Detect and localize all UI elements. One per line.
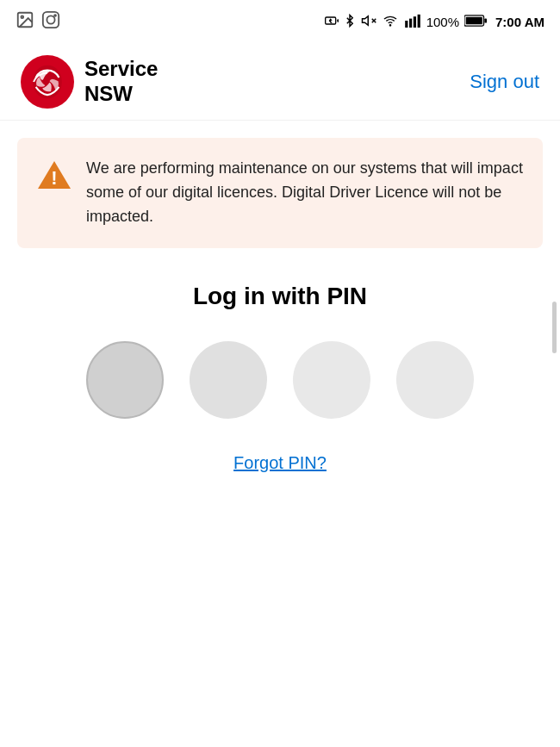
svg-point-9	[389, 24, 390, 25]
scrollbar-indicator	[552, 302, 557, 353]
image-icon	[16, 10, 34, 34]
warning-icon-container: !	[36, 159, 72, 195]
pin-title: Log in with PIN	[193, 283, 367, 310]
status-bar-left-icons	[16, 10, 60, 34]
pin-circle-4[interactable]	[396, 341, 474, 419]
sign-out-button[interactable]: Sign out	[470, 71, 539, 93]
service-label: Service	[84, 57, 158, 82]
svg-rect-16	[484, 18, 487, 22]
pin-circle-1[interactable]	[86, 341, 164, 419]
status-bar-right-icons: 100% 7:00 AM	[325, 13, 544, 31]
logo-circle	[21, 55, 74, 109]
battery-icon	[464, 15, 487, 29]
forgot-pin-button[interactable]: Forgot PIN?	[233, 453, 327, 473]
mute-icon	[361, 13, 376, 31]
time-display: 7:00 AM	[495, 15, 544, 29]
logo-text: Service NSW	[84, 57, 158, 107]
warning-banner: ! We are performing maintenance on our s…	[17, 138, 543, 248]
main-content: ! We are performing maintenance on our s…	[0, 121, 560, 473]
logo-container: Service NSW	[21, 55, 158, 109]
battery-percentage: 100%	[426, 15, 459, 29]
warning-message: We are performing maintenance on our sys…	[86, 157, 524, 229]
status-bar: 100% 7:00 AM	[0, 0, 560, 43]
nsw-label: NSW	[84, 82, 158, 107]
instagram-icon	[41, 10, 60, 34]
svg-rect-10	[405, 21, 408, 28]
svg-rect-15	[466, 16, 482, 24]
svg-rect-2	[43, 11, 59, 27]
warning-triangle-icon: !	[36, 159, 72, 191]
svg-marker-6	[362, 16, 368, 25]
app-header: Service NSW Sign out	[0, 43, 560, 121]
svg-rect-12	[413, 16, 415, 28]
svg-point-1	[21, 16, 23, 18]
bluetooth-icon	[344, 13, 356, 31]
pin-circle-2[interactable]	[190, 341, 267, 419]
svg-rect-11	[409, 18, 412, 27]
pin-circles-container	[86, 341, 474, 419]
battery-charge-icon	[325, 14, 339, 30]
svg-point-3	[47, 16, 54, 23]
pin-circle-3[interactable]	[293, 341, 370, 419]
svg-text:!: !	[51, 167, 57, 189]
svg-rect-13	[417, 14, 420, 27]
pin-section: Log in with PIN Forgot PIN?	[17, 274, 543, 473]
signal-icon	[404, 14, 421, 30]
wifi-icon	[382, 14, 399, 30]
svg-point-4	[54, 15, 56, 16]
